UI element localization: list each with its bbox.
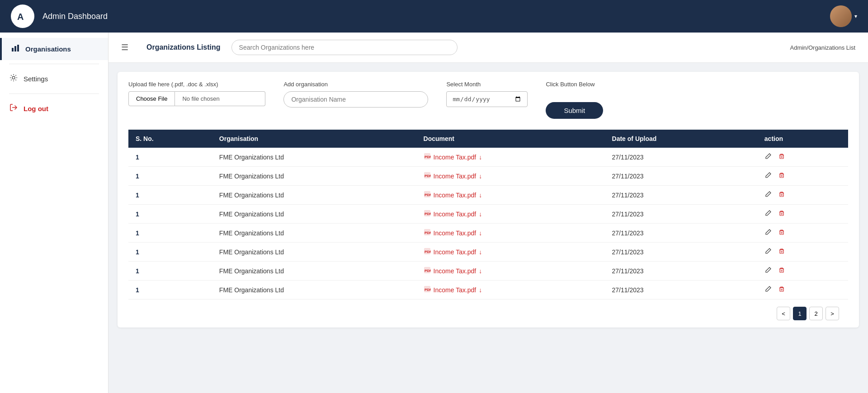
cell-org: FME Organizations Ltd — [212, 167, 416, 186]
svg-rect-24 — [780, 212, 783, 215]
doc-link[interactable]: PDF Income Tax.pdf ↓ — [424, 267, 598, 275]
download-icon: ↓ — [479, 267, 482, 275]
sno-link[interactable]: 1 — [136, 248, 139, 256]
brand: A Admin Dashboard — [11, 5, 108, 28]
download-icon: ↓ — [479, 286, 482, 294]
edit-icon[interactable] — [764, 267, 772, 275]
pdf-icon: PDF — [424, 285, 431, 294]
svg-rect-9 — [780, 155, 783, 159]
cell-doc: PDF Income Tax.pdf ↓ — [416, 167, 605, 186]
doc-link[interactable]: PDF Income Tax.pdf ↓ — [424, 172, 598, 180]
search-input[interactable] — [231, 40, 458, 55]
breadcrumb: Admin/Organizations List — [790, 44, 855, 51]
add-org-group: Add organisation — [283, 81, 428, 108]
cell-sno: 1 — [128, 205, 212, 224]
cell-org: FME Organizations Ltd — [212, 243, 416, 262]
submit-group: Click Button Below Submit — [546, 81, 603, 119]
edit-icon[interactable] — [764, 191, 772, 199]
doc-link[interactable]: PDF Income Tax.pdf ↓ — [424, 191, 598, 199]
svg-text:PDF: PDF — [425, 231, 431, 235]
upload-group: Upload file here (.pdf, .doc & .xlsx) Ch… — [128, 81, 265, 106]
delete-icon[interactable] — [778, 153, 785, 161]
svg-rect-34 — [780, 250, 783, 253]
choose-file-button[interactable]: Choose File — [128, 91, 175, 106]
table-row: 1 FME Organizations Ltd PDF Income Tax.p… — [128, 186, 848, 205]
col-sno: S. No. — [128, 130, 212, 148]
col-organisation: Organisation — [212, 130, 416, 148]
user-avatar[interactable] — [830, 5, 852, 27]
svg-rect-3 — [14, 46, 16, 51]
cell-org: FME Organizations Ltd — [212, 205, 416, 224]
svg-rect-29 — [780, 231, 783, 234]
sno-link[interactable]: 1 — [136, 286, 139, 294]
sno-link[interactable]: 1 — [136, 173, 139, 180]
cell-date: 27/11/2023 — [605, 148, 757, 167]
cell-sno: 1 — [128, 281, 212, 299]
pdf-icon: PDF — [424, 267, 431, 275]
sno-link[interactable]: 1 — [136, 211, 139, 218]
pagination-prev[interactable]: < — [777, 307, 790, 320]
svg-rect-14 — [780, 174, 783, 178]
organisations-icon — [11, 43, 20, 55]
delete-icon[interactable] — [778, 229, 785, 237]
edit-icon[interactable] — [764, 248, 772, 256]
edit-icon[interactable] — [764, 229, 772, 237]
cell-action — [757, 224, 848, 243]
submit-button[interactable]: Submit — [546, 102, 603, 119]
download-icon: ↓ — [479, 173, 482, 180]
sidebar-item-settings[interactable]: Settings — [0, 68, 108, 90]
table-header-row: S. No. Organisation Document Date of Upl… — [128, 130, 848, 148]
edit-icon[interactable] — [764, 153, 772, 161]
sidebar-item-logout[interactable]: Log out — [0, 98, 108, 120]
sno-link[interactable]: 1 — [136, 192, 139, 199]
pdf-icon: PDF — [424, 248, 431, 256]
page-header: ☰ Organizations Listing Admin/Organizati… — [108, 33, 868, 63]
delete-icon[interactable] — [778, 210, 785, 218]
cell-sno: 1 — [128, 243, 212, 262]
page-title: Organizations Listing — [146, 43, 221, 51]
select-month-label: Select Month — [446, 81, 528, 88]
pagination-page1[interactable]: 1 — [793, 307, 807, 320]
table-row: 1 FME Organizations Ltd PDF Income Tax.p… — [128, 148, 848, 167]
sno-link[interactable]: 1 — [136, 229, 139, 237]
doc-link[interactable]: PDF Income Tax.pdf ↓ — [424, 153, 598, 161]
add-org-label: Add organisation — [283, 81, 428, 88]
doc-link[interactable]: PDF Income Tax.pdf ↓ — [424, 210, 598, 218]
cell-action — [757, 186, 848, 205]
content-card: Upload file here (.pdf, .doc & .xlsx) Ch… — [118, 72, 859, 328]
cell-sno: 1 — [128, 148, 212, 167]
table-row: 1 FME Organizations Ltd PDF Income Tax.p… — [128, 167, 848, 186]
svg-rect-19 — [780, 193, 783, 196]
svg-text:PDF: PDF — [425, 174, 431, 178]
sidebar-organisations-label: Organisations — [25, 45, 71, 53]
doc-link[interactable]: PDF Income Tax.pdf ↓ — [424, 285, 598, 294]
col-action: action — [757, 130, 848, 148]
logout-icon — [9, 103, 18, 114]
org-name-input[interactable] — [283, 91, 428, 108]
col-document: Document — [416, 130, 605, 148]
pagination-page2[interactable]: 2 — [809, 307, 823, 320]
edit-icon[interactable] — [764, 172, 772, 180]
delete-icon[interactable] — [778, 191, 785, 199]
edit-icon[interactable] — [764, 285, 772, 294]
delete-icon[interactable] — [778, 172, 785, 180]
delete-icon[interactable] — [778, 285, 785, 294]
doc-link[interactable]: PDF Income Tax.pdf ↓ — [424, 248, 598, 256]
pagination-next[interactable]: > — [826, 307, 839, 320]
cell-org: FME Organizations Ltd — [212, 281, 416, 299]
cell-date: 27/11/2023 — [605, 243, 757, 262]
sidebar-item-organisations[interactable]: Organisations — [0, 38, 108, 60]
sno-link[interactable]: 1 — [136, 267, 139, 275]
sno-link[interactable]: 1 — [136, 154, 139, 161]
cell-sno: 1 — [128, 186, 212, 205]
cell-doc: PDF Income Tax.pdf ↓ — [416, 205, 605, 224]
month-input[interactable] — [446, 91, 528, 107]
cell-org: FME Organizations Ltd — [212, 186, 416, 205]
avatar-caret[interactable]: ▾ — [854, 13, 857, 19]
delete-icon[interactable] — [778, 267, 785, 275]
upload-label: Upload file here (.pdf, .doc & .xlsx) — [128, 81, 265, 88]
edit-icon[interactable] — [764, 210, 772, 218]
delete-icon[interactable] — [778, 248, 785, 256]
doc-link[interactable]: PDF Income Tax.pdf ↓ — [424, 229, 598, 237]
hamburger-icon[interactable]: ☰ — [121, 42, 128, 52]
